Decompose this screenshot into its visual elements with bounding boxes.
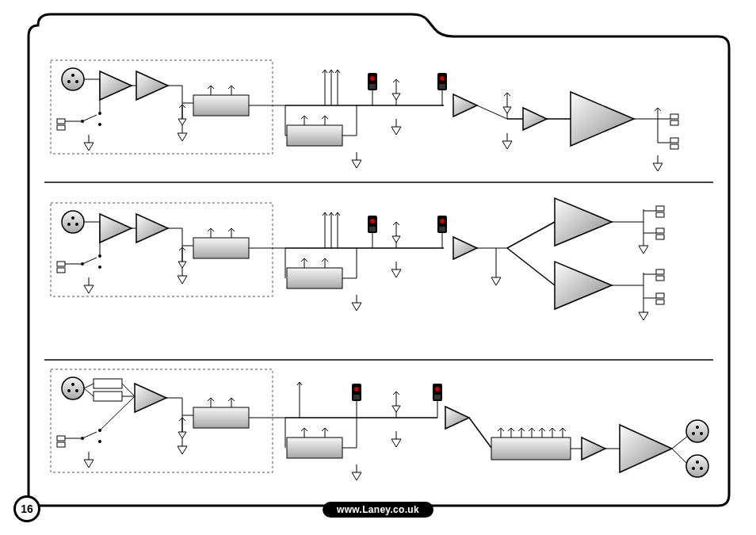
aux-jack-1-icon	[368, 73, 377, 90]
svg-line-111	[672, 436, 688, 449]
aux-jack-2-icon	[437, 73, 447, 90]
page-number: 16	[21, 503, 33, 515]
driver-stage-icon	[453, 94, 477, 117]
svg-line-112	[672, 449, 688, 464]
balanced-out-1-icon	[686, 420, 708, 442]
power-amp-b-icon	[555, 262, 612, 309]
preamp-2-icon	[136, 71, 168, 100]
power-amp-icon	[571, 92, 634, 146]
speaker-out-1-icon	[670, 114, 678, 125]
pad-block-icon	[94, 379, 122, 388]
svg-line-89	[84, 388, 94, 396]
eq-block-b-icon	[287, 116, 342, 146]
speaker-out-2-icon	[670, 138, 678, 149]
svg-line-88	[84, 384, 94, 388]
svg-marker-77	[555, 262, 612, 309]
svg-line-75	[507, 248, 555, 285]
diagram-canvas	[0, 0, 756, 535]
svg-line-90	[122, 384, 135, 396]
preamp-1-icon	[100, 71, 132, 100]
svg-rect-87	[94, 392, 122, 401]
insert-jacks-icon	[323, 70, 340, 105]
footer-url: www.Laney.co.uk	[337, 504, 419, 515]
footer-url-pill: www.Laney.co.uk	[323, 502, 433, 518]
power-amp-a-icon	[555, 198, 612, 246]
svg-marker-76	[555, 198, 612, 246]
svg-line-44	[477, 105, 507, 119]
diagram-row-2	[51, 198, 664, 320]
diagram-row-1	[51, 60, 678, 171]
svg-marker-110	[620, 425, 672, 472]
graphic-eq-icon	[491, 428, 571, 460]
power-amp-3-icon	[620, 425, 672, 472]
page-number-badge: 16	[13, 495, 40, 522]
post-eq-amp-icon	[582, 438, 605, 460]
mic-input-icon	[62, 68, 84, 90]
predriver-icon	[523, 108, 547, 130]
page-root: 16 www.Laney.co.uk	[0, 0, 756, 535]
line-input-icon	[57, 119, 65, 130]
input-switch-icon	[81, 112, 101, 126]
balanced-out-2-icon	[686, 455, 708, 477]
diagram-row-3	[51, 369, 708, 480]
svg-line-74	[507, 222, 555, 248]
eq-block-a-icon	[193, 86, 249, 116]
svg-line-107	[469, 418, 491, 448]
